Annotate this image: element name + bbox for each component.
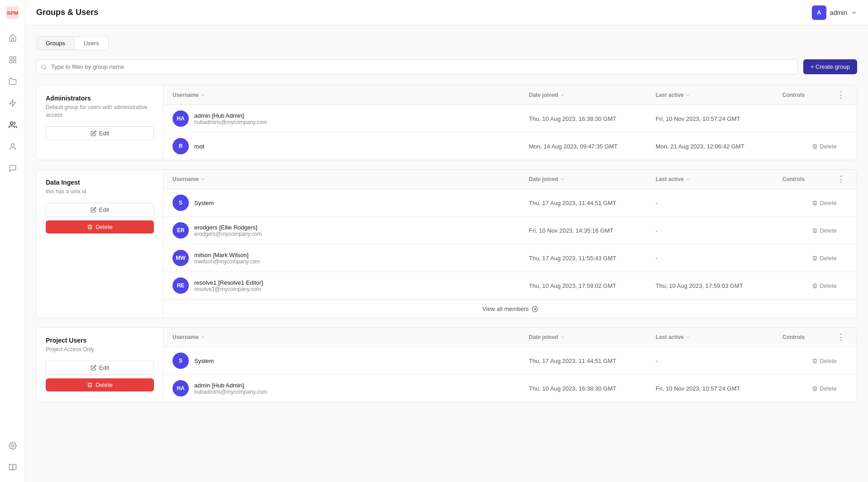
sort-icon-username[interactable] [201,93,205,97]
edit-button-administrators[interactable]: Edit [46,126,154,140]
group-section-data-ingest: Data Ingest this has a unix id Edit Dele… [36,169,857,318]
delete-member-button[interactable]: Delete [812,385,837,392]
sidebar-item-settings[interactable] [4,437,22,455]
more-options-icon[interactable]: ⋮ [837,174,845,184]
page-content: Groups Users + Create group Administrato… [25,25,868,482]
svg-point-9 [11,445,14,447]
edit-icon [91,365,96,371]
sort-icon[interactable] [560,335,565,339]
svg-point-8 [11,143,14,146]
group-info-project-users: Project Users Project Access Only Edit D… [37,328,163,402]
svg-text:RPM: RPM [7,10,18,16]
col-last-active: Last active [656,174,782,184]
table-row: S System Thu, 17 Aug 2023, 11:44:51 GMT … [163,347,857,375]
avatar: R [173,138,189,154]
sidebar-item-lightning[interactable] [4,94,22,112]
more-options-icon[interactable]: ⋮ [837,90,845,100]
table-row: HA admin [Hub Admin] hubadmins@mycompany… [163,375,857,402]
tab-group: Groups Users [36,36,109,50]
avatar: MW [173,250,189,266]
sidebar-item-person[interactable] [4,138,22,156]
sort-icon[interactable] [201,335,205,339]
controls-cell: Delete [782,200,837,206]
user-cell: MW milson [Mark Wilson] mwilson@mycompan… [173,250,529,266]
controls-cell: Delete [782,282,837,289]
page-title: Groups & Users [36,8,98,17]
sort-icon[interactable] [686,177,690,181]
sidebar-item-docs[interactable] [4,458,22,477]
date-joined-cell: Thu, 17 Aug 2023, 11:44:51 GMT [529,200,656,206]
table-header-project-users: Username Date joined Last active Control… [163,328,857,347]
delete-member-button[interactable]: Delete [812,143,837,150]
user-cell: ER erodgers [Ellie Rodgers] erodgers@myc… [173,222,529,239]
avatar: HA [173,380,189,396]
delete-button-data-ingest[interactable]: Delete [46,220,154,234]
col-username: Username [173,174,529,184]
user-info: root [194,143,204,150]
main-content: Groups & Users A admin Groups Users + Cr… [25,0,868,482]
edit-button-project-users[interactable]: Edit [46,361,154,375]
sidebar-item-home[interactable] [4,29,22,47]
user-avatar: A [812,5,826,20]
controls-cell: Delete [782,358,837,364]
delete-member-button[interactable]: Delete [812,358,837,364]
controls-cell: Delete [782,143,837,150]
col-more: ⋮ [837,332,848,342]
table-row: MW milson [Mark Wilson] mwilson@mycompan… [163,244,857,272]
group-desc-project-users: Project Access Only [46,346,154,353]
table-row: RE resolve1 [Resolve1 Editor] resolve1@m… [163,272,857,300]
last-active-cell: Fri, 10 Nov 2023, 10:57:24 GMT [656,115,782,122]
sidebar-item-charts[interactable] [4,51,22,69]
trash-icon [87,382,93,388]
delete-member-button[interactable]: Delete [812,200,837,206]
user-cell: S System [173,353,529,369]
svg-rect-4 [10,61,12,63]
sort-icon-last-active[interactable] [686,93,690,97]
last-active-cell: - [656,227,782,234]
group-name-project-users: Project Users [46,337,154,344]
tab-users[interactable]: Users [75,37,108,50]
sort-icon[interactable] [560,177,565,181]
user-info: resolve1 [Resolve1 Editor] resolve1@myco… [194,279,263,292]
search-row: + Create group [36,59,857,74]
more-options-icon[interactable]: ⋮ [837,332,845,342]
app-logo: RPM [5,5,20,20]
controls-cell: Delete [782,227,837,234]
last-active-cell: Mon, 21 Aug 2023, 12:06:42 GMT [656,143,782,150]
group-name-data-ingest: Data Ingest [46,179,154,186]
svg-rect-2 [10,57,12,59]
search-input[interactable] [36,59,798,74]
user-name-label: admin [830,9,847,16]
date-joined-cell: Thu, 17 Aug 2023, 11:44:51 GMT [529,358,656,364]
view-all-members-button[interactable]: View all members [163,300,857,318]
sort-icon[interactable] [201,177,205,181]
date-joined-cell: Fri, 10 Nov 2023, 14:35:16 GMT [529,227,656,234]
create-group-button[interactable]: + Create group [803,59,857,74]
delete-button-project-users[interactable]: Delete [46,378,154,391]
edit-button-data-ingest[interactable]: Edit [46,203,154,217]
controls-cell: Delete [782,385,837,392]
group-section-project-users: Project Users Project Access Only Edit D… [36,327,857,402]
sort-icon[interactable] [686,335,690,339]
trash-icon [812,255,818,261]
chevron-down-icon [851,10,857,16]
col-more: ⋮ [837,174,848,184]
group-info-data-ingest: Data Ingest this has a unix id Edit Dele… [37,170,163,318]
delete-member-button[interactable]: Delete [812,255,837,262]
sidebar-item-users[interactable] [4,116,22,134]
col-last-active: Last active [656,332,782,342]
delete-member-button[interactable]: Delete [812,227,837,234]
tab-groups[interactable]: Groups [37,37,75,50]
sidebar-item-folders[interactable] [4,72,22,91]
sort-icon-date-joined[interactable] [560,93,565,97]
date-joined-cell: Thu, 10 Aug 2023, 16:38:30 GMT [529,115,656,122]
table-row: S System Thu, 17 Aug 2023, 11:44:51 GMT … [163,189,857,217]
sidebar-item-messages[interactable] [4,159,22,177]
avatar: ER [173,222,189,239]
table-row: HA admin [Hub Admin] hubadmins@mycompany… [163,105,857,133]
delete-member-button[interactable]: Delete [812,282,837,289]
trash-icon [812,143,818,149]
user-menu[interactable]: A admin [812,5,857,20]
group-name-administrators: Administrators [46,95,154,102]
svg-line-11 [45,68,47,69]
